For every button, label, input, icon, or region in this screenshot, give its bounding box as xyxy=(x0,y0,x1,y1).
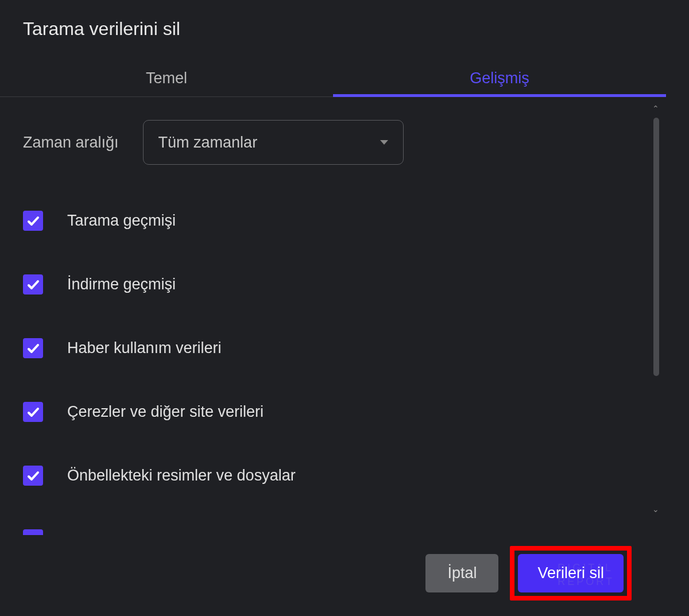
tab-basic[interactable]: Temel xyxy=(0,61,333,96)
time-range-label: Zaman aralığı xyxy=(23,134,119,152)
clear-data-button[interactable]: Verileri sil xyxy=(518,554,624,592)
highlight-annotation: Verileri sil xyxy=(510,546,632,600)
option-download-history: İndirme geçmişi xyxy=(23,274,666,295)
clear-browsing-data-dialog: Tarama verilerini sil Temel Gelişmiş ⌃ ⌄… xyxy=(0,0,666,616)
tab-advanced-label: Gelişmiş xyxy=(470,69,529,87)
scroll-up-icon[interactable]: ⌃ xyxy=(652,105,660,112)
checkbox-cached-images[interactable] xyxy=(23,466,43,486)
option-cookies: Çerezler ve diğer site verileri xyxy=(23,402,666,422)
check-icon xyxy=(26,214,40,228)
check-icon xyxy=(26,405,40,419)
tab-advanced[interactable]: Gelişmiş xyxy=(333,61,666,96)
chevron-down-icon xyxy=(380,140,388,145)
checkbox-browsing-history[interactable] xyxy=(23,211,43,231)
scroll-thumb[interactable] xyxy=(653,118,659,376)
option-news-usage-data: Haber kullanım verileri xyxy=(23,338,666,358)
option-label: Önbellekteki resimler ve dosyalar xyxy=(67,467,296,485)
option-label: Haber kullanım verileri xyxy=(67,339,222,357)
check-icon xyxy=(26,469,40,483)
checkbox-cookies[interactable] xyxy=(23,402,43,422)
cancel-button[interactable]: İptal xyxy=(425,554,498,592)
tabs-container: Temel Gelişmiş xyxy=(0,61,666,97)
dialog-title: Tarama verilerini sil xyxy=(0,0,666,40)
tab-basic-label: Temel xyxy=(146,69,187,87)
scroll-down-icon[interactable]: ⌄ xyxy=(652,506,660,513)
time-range-select[interactable]: Tüm zamanlar xyxy=(143,120,404,165)
dialog-footer: İptal Verileri sil xyxy=(0,530,666,616)
option-label: İndirme geçmişi xyxy=(67,276,176,293)
checkbox-news-usage-data[interactable] xyxy=(23,338,43,358)
option-label: Tarama geçmişi xyxy=(67,212,176,230)
check-icon xyxy=(26,278,40,292)
time-range-value: Tüm zamanlar xyxy=(158,134,258,152)
time-range-row: Zaman aralığı Tüm zamanlar xyxy=(23,120,666,165)
checkbox-download-history[interactable] xyxy=(23,274,43,295)
option-label: Çerezler ve diğer site verileri xyxy=(67,403,264,421)
option-cached-images: Önbellekteki resimler ve dosyalar xyxy=(23,466,666,486)
scrollbar[interactable]: ⌃ ⌄ xyxy=(653,105,659,513)
check-icon xyxy=(26,342,40,355)
content-area: ⌃ ⌄ Zaman aralığı Tüm zamanlar Tarama ge… xyxy=(0,97,666,522)
option-browsing-history: Tarama geçmişi xyxy=(23,211,666,231)
